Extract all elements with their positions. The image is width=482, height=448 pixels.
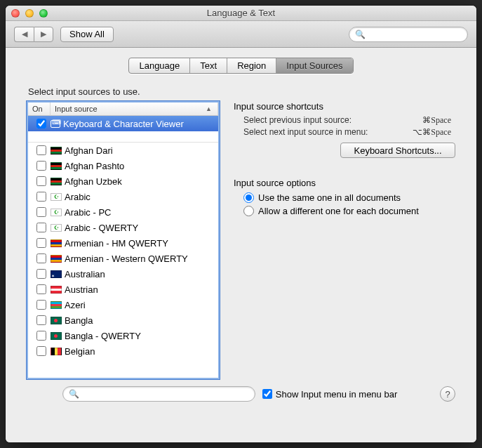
source-checkbox[interactable]: [36, 176, 46, 186]
flag-icon: [51, 255, 62, 263]
flag-icon: [51, 301, 62, 309]
flag-icon: [51, 120, 60, 128]
filter-search[interactable]: 🔍: [62, 386, 255, 402]
flag-icon: [51, 286, 62, 294]
source-name: Azeri: [65, 300, 86, 310]
flag-icon: [51, 162, 62, 170]
prefs-window: Language & Text ◀ ▶ Show All 🔍 Language …: [6, 6, 476, 442]
show-all-button[interactable]: Show All: [60, 27, 114, 42]
source-checkbox[interactable]: [36, 207, 46, 217]
search-icon: 🔍: [355, 29, 366, 39]
tab-input-sources[interactable]: Input Sources: [276, 58, 352, 73]
source-name: Afghan Pashto: [65, 161, 124, 171]
option-diff-radio[interactable]: Allow a different one for each document: [234, 204, 455, 218]
nav-segment: ◀ ▶: [14, 27, 53, 42]
shortcut-prev: Select previous input source: ⌘Space: [234, 114, 455, 126]
titlebar[interactable]: Language & Text: [6, 6, 476, 21]
source-checkbox[interactable]: [36, 346, 46, 356]
source-checkbox[interactable]: [36, 119, 46, 129]
source-checkbox[interactable]: [36, 145, 46, 155]
option-same-radio[interactable]: Use the same one in all documents: [234, 191, 455, 204]
flag-icon: ☪: [51, 209, 62, 216]
source-name: Afghan Uzbek: [65, 176, 122, 187]
flag-icon: [51, 239, 62, 247]
column-on[interactable]: On: [28, 103, 51, 116]
list-item[interactable]: ☪Arabic: [28, 189, 218, 204]
back-button[interactable]: ◀: [14, 27, 34, 42]
list-item[interactable]: ☪Arabic - QWERTY: [28, 220, 218, 235]
list-item[interactable]: Armenian - Western QWERTY: [28, 251, 218, 266]
source-name: Armenian - HM QWERTY: [65, 238, 168, 249]
search-icon: 🔍: [69, 389, 79, 399]
source-name: Keyboard & Character Viewer: [63, 119, 184, 129]
source-name: Armenian - Western QWERTY: [65, 253, 188, 264]
shortcut-next: Select next input source in menu: ⌥⌘Spac…: [234, 126, 455, 138]
flag-icon: [51, 348, 62, 355]
keyboard-shortcuts-button[interactable]: Keyboard Shortcuts...: [340, 143, 455, 158]
tab-bar: Language Text Region Input Sources: [27, 58, 455, 74]
sort-indicator-icon: ▲: [206, 105, 212, 112]
list-item[interactable]: Belgian: [28, 343, 218, 359]
toolbar: ◀ ▶ Show All 🔍: [6, 21, 476, 48]
window-title: Language & Text: [6, 8, 476, 18]
flag-icon: [51, 178, 62, 185]
flag-icon: [51, 332, 62, 340]
source-name: Afghan Dari: [65, 145, 113, 156]
list-item[interactable]: Armenian - HM QWERTY: [28, 235, 218, 251]
column-input-source[interactable]: Input source ▲: [51, 103, 218, 116]
source-checkbox[interactable]: [36, 161, 46, 171]
source-name: Austrian: [65, 284, 98, 295]
source-name: Australian: [65, 269, 105, 279]
source-checkbox[interactable]: [36, 284, 46, 294]
instruction-label: Select input sources to use.: [28, 86, 455, 97]
source-name: Belgian: [65, 346, 95, 357]
list-item[interactable]: Keyboard & Character Viewer: [28, 116, 218, 131]
source-checkbox[interactable]: [36, 238, 46, 248]
tab-text[interactable]: Text: [190, 58, 227, 73]
input-sources-list[interactable]: On Input source ▲ Keyboard & Character V…: [27, 101, 220, 379]
source-name: Arabic - PC: [65, 207, 111, 218]
tab-language[interactable]: Language: [129, 58, 190, 73]
flag-icon: [51, 147, 62, 154]
source-name: Arabic: [65, 192, 91, 202]
show-input-menu-checkbox[interactable]: Show Input menu in menu bar: [262, 389, 397, 400]
search-input[interactable]: [368, 29, 474, 39]
source-checkbox[interactable]: [36, 253, 46, 263]
source-checkbox[interactable]: [36, 315, 46, 325]
options-heading: Input source options: [234, 178, 455, 188]
list-item[interactable]: Afghan Dari: [28, 143, 218, 158]
list-item[interactable]: Afghan Pashto: [28, 158, 218, 173]
shortcuts-heading: Input source shortcuts: [234, 101, 455, 112]
list-item[interactable]: Azeri: [28, 297, 218, 312]
source-checkbox[interactable]: [36, 192, 46, 202]
list-item[interactable]: Austrian: [28, 282, 218, 297]
flag-icon: ☪: [51, 224, 62, 232]
source-checkbox[interactable]: [36, 331, 46, 341]
tab-region[interactable]: Region: [227, 58, 276, 73]
list-item[interactable]: Bangla - QWERTY: [28, 328, 218, 343]
flag-icon: ✶: [51, 270, 62, 278]
help-button[interactable]: ?: [440, 386, 455, 402]
list-item[interactable]: ☪Arabic - PC: [28, 204, 218, 220]
source-checkbox[interactable]: [36, 223, 46, 232]
source-name: Arabic - QWERTY: [65, 223, 138, 233]
flag-icon: [51, 317, 62, 324]
forward-button[interactable]: ▶: [34, 27, 53, 42]
body: Language Text Region Input Sources Selec…: [6, 48, 476, 442]
filter-input[interactable]: [82, 389, 249, 399]
source-checkbox[interactable]: [36, 269, 46, 279]
source-name: Bangla - QWERTY: [65, 331, 141, 341]
list-item[interactable]: ✶Australian: [28, 266, 218, 282]
list-item[interactable]: Bangla: [28, 312, 218, 328]
flag-icon: ☪: [51, 193, 62, 201]
source-checkbox[interactable]: [36, 300, 46, 310]
toolbar-search[interactable]: 🔍: [349, 27, 468, 42]
source-name: Bangla: [65, 315, 93, 326]
list-item[interactable]: Afghan Uzbek: [28, 173, 218, 189]
